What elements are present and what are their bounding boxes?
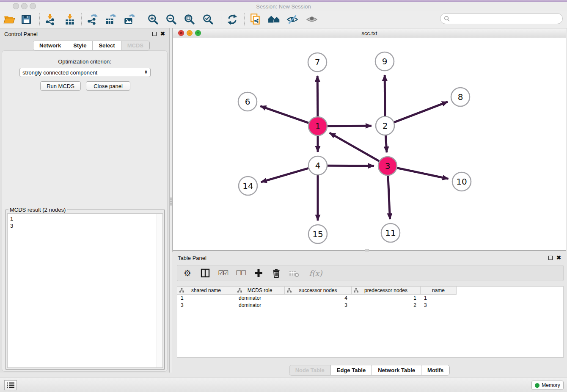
tab-network-table[interactable]: Network Table — [372, 365, 421, 375]
import-network-icon[interactable] — [44, 13, 56, 26]
horizontal-splitter-grip[interactable] — [365, 249, 369, 251]
column-header-name[interactable]: name — [421, 287, 457, 295]
splitter-grip[interactable] — [170, 197, 172, 206]
network-window-titlebar[interactable]: ✕ − + scc.txt — [173, 28, 566, 38]
memory-button[interactable]: Memory — [531, 381, 564, 390]
close-panel-button[interactable]: Close panel — [86, 81, 130, 91]
tab-mcds[interactable]: MCDS — [121, 41, 149, 50]
column-header-shared-name[interactable]: shared name — [177, 287, 235, 295]
zoom-in-icon[interactable] — [147, 13, 160, 26]
network-view-window: ✕ − + scc.txt 7968124314101511 — [173, 28, 566, 251]
clear-checks-icon[interactable]: ☐☐ — [235, 267, 247, 279]
mcds-result-lines: 13 — [8, 214, 157, 367]
cell-MCDS-role[interactable]: dominator — [235, 302, 285, 309]
column-label: name — [432, 287, 445, 293]
zoom-network-icon[interactable]: + — [195, 30, 201, 36]
graph-node-label: 6 — [245, 97, 250, 107]
delete-table-icon — [288, 267, 300, 279]
zoom-selected-icon[interactable] — [202, 13, 215, 26]
mcds-result-textarea[interactable]: 13 — [7, 213, 163, 368]
tab-network[interactable]: Network — [33, 41, 67, 50]
close-network-icon[interactable]: ✕ — [178, 30, 184, 36]
export-table-icon[interactable] — [104, 13, 117, 26]
select-all-checks-icon[interactable]: ☑☑ — [217, 267, 229, 279]
home-view-icon[interactable] — [268, 13, 281, 26]
close-table-panel-icon[interactable]: ✖ — [556, 256, 561, 260]
tab-node-table[interactable]: Node Table — [289, 365, 331, 375]
graph-edge-1-7[interactable] — [317, 76, 318, 116]
table-row[interactable]: 1dominator411 — [177, 295, 563, 302]
cell-shared-name[interactable]: 3 — [177, 302, 235, 309]
graph-node-label: 11 — [385, 228, 396, 238]
split-columns-icon[interactable] — [199, 267, 211, 279]
export-network-icon[interactable] — [86, 13, 99, 26]
zoom-out-icon[interactable] — [165, 13, 178, 26]
graph-node-label: 7 — [315, 57, 320, 67]
main-toolbar — [0, 11, 567, 28]
tab-edge-table[interactable]: Edge Table — [331, 365, 372, 375]
cell-successor-nodes[interactable]: 3 — [285, 302, 352, 309]
column-header-successor-nodes[interactable]: successor nodes — [285, 287, 352, 295]
graph-edge-3-10[interactable] — [397, 168, 449, 179]
maximize-window-icon[interactable] — [30, 3, 36, 9]
task-history-button[interactable] — [4, 380, 17, 390]
run-mcds-button[interactable]: Run MCDS — [40, 81, 81, 91]
minimize-window-icon[interactable] — [21, 3, 28, 9]
cell-MCDS-role[interactable]: dominator — [235, 295, 285, 302]
toolbar-separator — [244, 13, 245, 26]
search-icon — [444, 16, 450, 22]
graph-edge-3-11[interactable] — [388, 176, 390, 219]
graph-edge-1-2[interactable] — [328, 126, 372, 126]
graph-edge-2-9[interactable] — [385, 75, 385, 116]
graph-node-label: 3 — [385, 161, 391, 171]
graph-edge-2-8[interactable] — [394, 102, 448, 122]
cell-name[interactable]: 1 — [421, 295, 457, 302]
tab-select[interactable]: Select — [93, 41, 121, 50]
cell-successor-nodes[interactable]: 4 — [285, 295, 352, 302]
mcds-result-group: MCDS result (2 nodes) 13 — [6, 210, 165, 370]
close-panel-icon[interactable]: ✖ — [160, 32, 165, 36]
table-header-row: shared nameMCDS rolesuccessor nodesprede… — [177, 287, 563, 295]
graph-node-label: 14 — [242, 181, 253, 191]
save-session-icon[interactable] — [20, 13, 33, 26]
column-header-MCDS-role[interactable]: MCDS role — [235, 287, 285, 295]
table-row[interactable]: 3dominator323 — [177, 302, 563, 309]
graph-edge-4-3[interactable] — [328, 166, 374, 166]
graph-edge-3-1[interactable] — [330, 133, 379, 161]
table-tabs-bar: Node TableEdge TableNetwork TableMotifs — [172, 365, 567, 375]
optimization-criterion-label: Optimization criterion: — [2, 58, 167, 65]
open-file-icon[interactable] — [3, 13, 16, 26]
cell-predecessor-nodes[interactable]: 2 — [352, 302, 421, 309]
cell-shared-name[interactable]: 1 — [177, 295, 235, 302]
column-label: predecessor nodes — [364, 287, 407, 293]
cell-name[interactable]: 3 — [421, 302, 457, 309]
float-panel-icon[interactable] — [152, 32, 157, 36]
search-input[interactable] — [450, 15, 562, 22]
show-all-eye-icon[interactable] — [306, 13, 318, 26]
float-table-panel-icon[interactable] — [548, 256, 553, 260]
import-table-icon[interactable] — [63, 13, 76, 26]
clone-network-icon[interactable] — [249, 13, 262, 26]
tab-style[interactable]: Style — [67, 41, 93, 50]
optimization-criterion-select[interactable]: strongly connected component ▲▼ — [19, 68, 151, 77]
minimize-network-icon[interactable]: − — [187, 30, 193, 36]
graph-edge-2-3[interactable] — [385, 135, 387, 152]
export-image-icon[interactable] — [123, 13, 135, 26]
toolbar-separator — [221, 13, 221, 26]
cell-predecessor-nodes[interactable]: 1 — [352, 295, 421, 302]
add-column-icon[interactable] — [253, 267, 264, 279]
hide-selected-eye-icon[interactable] — [286, 13, 299, 26]
result-scrollbar[interactable] — [157, 214, 162, 367]
settings-gear-icon[interactable]: ⚙ — [182, 267, 193, 279]
graph-edge-1-6[interactable] — [260, 106, 308, 123]
graph-edge-4-14[interactable] — [261, 168, 308, 182]
search-field[interactable] — [440, 13, 563, 24]
delete-column-trash-icon[interactable] — [270, 267, 282, 279]
refresh-layout-icon[interactable] — [226, 13, 239, 26]
mcds-panel: Optimization criterion: strongly connect… — [2, 50, 168, 372]
zoom-fit-icon[interactable] — [183, 13, 196, 26]
close-window-icon[interactable] — [13, 3, 19, 9]
tab-motifs[interactable]: Motifs — [421, 365, 449, 375]
network-canvas[interactable]: 7968124314101511 — [173, 38, 566, 250]
column-header-predecessor-nodes[interactable]: predecessor nodes — [352, 287, 421, 295]
